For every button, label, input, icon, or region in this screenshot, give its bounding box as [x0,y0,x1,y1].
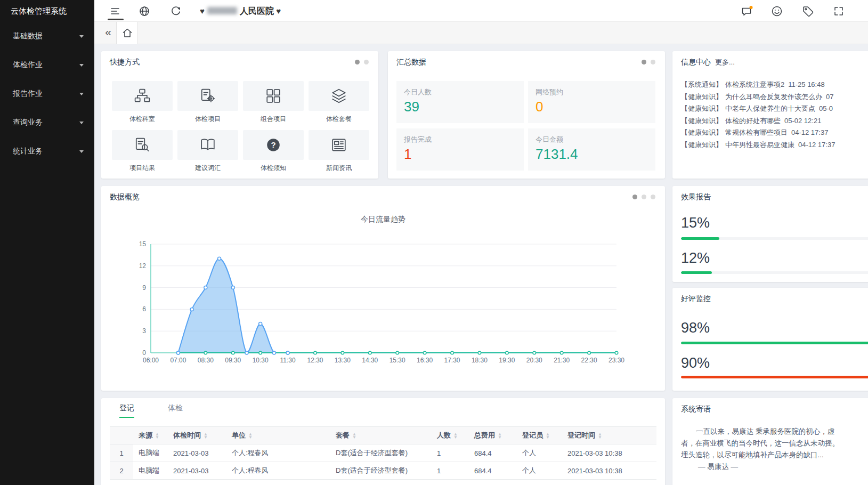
more-link[interactable]: 更多... [715,58,735,66]
column-header-registrar[interactable]: 登记员▲▼ [517,427,562,444]
tab-home[interactable] [116,22,138,44]
info-item[interactable]: 【健康知识】中年男性最容易亚健康04-12 17:37 [681,139,868,151]
progress-bar [681,342,868,344]
svg-text:0: 0 [142,349,146,357]
document-search-icon [134,137,150,153]
collapse-tabs-icon[interactable]: « [101,22,116,44]
shortcut-exam-items[interactable]: 体检项目 [177,81,238,124]
shortcut-suggestion-vocab[interactable]: 建议词汇 [177,130,238,173]
tab-exam[interactable]: 体检 [168,403,183,418]
progress-fill [681,271,712,274]
main-content: 快捷方式 体检科室 体检项目 [94,44,868,485]
system-message-card: 系统寄语 一直以来，易康达 秉承服务医院的初心，虚 者，在商业横飞的当今时代，这… [672,398,868,485]
topbar: ♥人民医院 ♥ [94,0,868,22]
menu-collapse-icon[interactable] [109,5,121,18]
shortcut-exam-department[interactable]: 体检科室 [112,81,173,124]
svg-text:16:30: 16:30 [417,357,433,364]
sidebar: 云体检管理系统 基础数据 体检作业 报告作业 查询业务 统计业务 [0,0,94,485]
tag-icon[interactable] [801,5,814,18]
shortcut-news[interactable]: 新闻资讯 [309,130,369,173]
info-item[interactable]: 【健康知识】常规体检有哪些项目04-12 17:37 [681,127,868,139]
carousel-dot[interactable] [642,195,646,199]
refresh-icon[interactable] [169,5,182,18]
app-title: 云体检管理系统 [0,0,94,22]
card-title: 好评监控 [681,294,711,304]
progress-fill [681,237,719,240]
svg-text:15: 15 [139,240,147,248]
column-header-unit[interactable]: 单位▲▼ [226,427,330,444]
column-header-total-fee[interactable]: 总费用▲▼ [469,427,517,444]
svg-text:22:30: 22:30 [581,357,597,364]
sidebar-item-query[interactable]: 查询业务 [0,108,94,137]
grid-icon [265,88,281,104]
svg-text:12: 12 [139,262,147,270]
svg-text:9: 9 [142,284,146,292]
shortcut-group-items[interactable]: 组合项目 [243,81,304,124]
notification-badge [750,6,753,9]
shortcut-grid: 体检科室 体检项目 组合项目 [112,81,369,173]
tab-register[interactable]: 登记 [119,403,134,418]
carousel-dot[interactable] [364,60,369,64]
progress-bar [681,271,868,274]
carousel-dots [642,60,655,64]
shortcut-item-results[interactable]: 项目结果 [112,130,173,173]
globe-icon[interactable] [138,5,151,18]
table-header-row: 来源▲▼ 体检时间▲▼ 单位▲▼ 套餐▲▼ 人数▲▼ 总费用▲▼ 登记员▲▼ 登… [110,427,656,444]
carousel-dot[interactable] [355,60,360,64]
column-header-package[interactable]: 套餐▲▼ [330,427,432,444]
sidebar-item-report-work[interactable]: 报告作业 [0,79,94,108]
metric-value: 90% [681,355,710,371]
metric-value: 15% [681,215,710,231]
register-table: 来源▲▼ 体检时间▲▼ 单位▲▼ 套餐▲▼ 人数▲▼ 总费用▲▼ 登记员▲▼ 登… [110,426,656,480]
progress-bar [681,237,868,240]
table-row[interactable]: 1 电脑端 2021-03-03 个人:程春风 D套(适合于经济型套餐) 1 6… [110,444,656,462]
stat-online-booking: 网络预约 0 [528,81,655,123]
svg-text:21:30: 21:30 [554,357,570,364]
effect-report-card: 效果报告 15% 12% [672,186,868,282]
register-table-card: 登记 体检 来源▲▼ 体检时间▲▼ 单位▲▼ 套餐▲▼ 人数▲▼ [101,398,665,485]
sort-icon: ▲▼ [546,433,550,439]
stat-today-amount: 今日金额 7131.4 [528,128,655,171]
svg-text:14:30: 14:30 [362,357,378,364]
menu-active-indicator [108,19,124,20]
carousel-dot[interactable] [632,195,637,199]
carousel-dot[interactable] [651,60,655,64]
column-header-register-time[interactable]: 登记时间▲▼ [562,427,656,444]
data-overview-card: 数据概览 今日流量趋势 0369121506:0007:0008:3009:30… [101,186,665,391]
message-icon[interactable] [741,5,753,18]
chevron-down-icon [79,64,84,67]
svg-text:20:30: 20:30 [526,357,542,364]
sort-icon: ▲▼ [498,433,502,439]
column-header-exam-time[interactable]: 体检时间▲▼ [168,427,226,444]
card-title: 信息中心更多... [681,58,735,67]
sidebar-item-statistics[interactable]: 统计业务 [0,137,94,166]
info-item[interactable]: 【健康知识】为什么耳鸣会反复发作该怎么办07 [681,91,868,103]
info-item[interactable]: 【健康知识】体检的好处有哪些05-02 12:21 [681,115,868,127]
svg-text:19:30: 19:30 [499,357,515,364]
column-header-count[interactable]: 人数▲▼ [432,427,469,444]
carousel-dots [632,195,655,199]
sidebar-item-exam-work[interactable]: 体检作业 [0,51,94,79]
shortcut-exam-notice[interactable]: ? 体检须知 [243,130,304,173]
card-title: 数据概览 [110,192,140,202]
document-gear-icon [200,88,216,104]
info-item[interactable]: 【健康知识】中老年人保健养生的十大要点05-0 [681,103,868,115]
svg-text:08:30: 08:30 [198,357,214,364]
table-row[interactable]: 2 电脑端 2021-03-03 个人:程春风 D套(适合于经济型套餐) 1 6… [110,462,656,480]
tab-strip: « [94,22,868,44]
column-header-source[interactable]: 来源▲▼ [133,427,168,444]
carousel-dot[interactable] [642,60,646,64]
sort-icon: ▲▼ [453,433,458,439]
message-body: 一直以来，易康达 秉承服务医院的初心，虚 者，在商业横飞的当今时代，这一信念从未… [681,426,868,473]
info-item[interactable]: 【系统通知】体检系统注意事项211-25 16:48 [681,79,868,91]
card-title: 快捷方式 [110,58,140,67]
svg-text:3: 3 [142,327,146,335]
shortcut-exam-package[interactable]: 体检套餐 [309,81,369,124]
svg-text:23:30: 23:30 [609,357,624,364]
sidebar-item-basic-data[interactable]: 基础数据 [0,22,94,51]
sort-icon: ▲▼ [598,433,602,439]
svg-text:15:30: 15:30 [390,357,405,364]
theme-face-icon[interactable] [770,5,783,18]
fullscreen-icon[interactable] [832,5,845,18]
carousel-dot[interactable] [651,195,655,199]
